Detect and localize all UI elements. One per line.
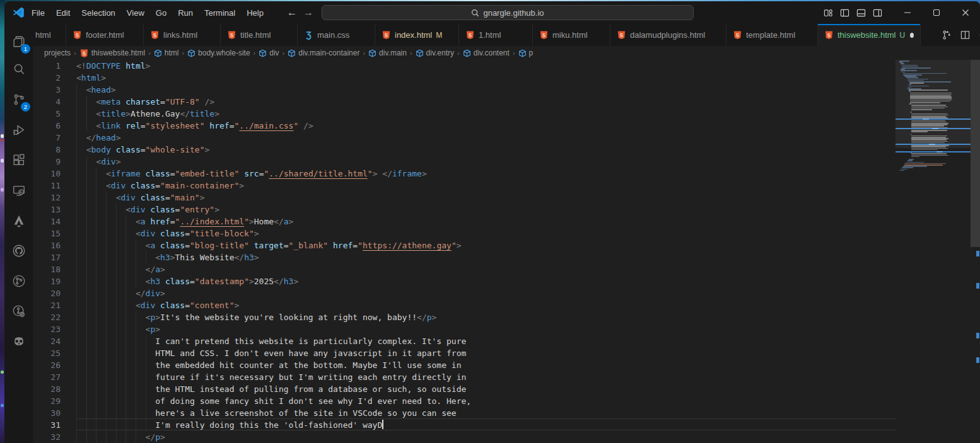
- titlebar: FileEditSelectionViewGoRunTerminalHelp ←…: [4, 1, 980, 24]
- breadcrumb-div-main[interactable]: div.main: [368, 49, 407, 57]
- breadcrumb-projects[interactable]: projects: [44, 49, 71, 57]
- tab-title-html[interactable]: 5title.html: [221, 24, 298, 46]
- search-icon: [12, 62, 26, 76]
- svg-text:5: 5: [230, 32, 233, 38]
- line-number: 21: [33, 299, 61, 311]
- toggle-panel-icon[interactable]: [856, 8, 866, 18]
- tab-badge: U: [899, 31, 905, 40]
- maximize-button[interactable]: [922, 1, 951, 24]
- tab-1-html[interactable]: 51.html: [459, 24, 533, 46]
- toggle-sidebar-icon[interactable]: [840, 8, 849, 18]
- tab-spacer: [921, 24, 933, 46]
- tab-main-css[interactable]: Ʒmain.css: [298, 24, 375, 46]
- command-center-search[interactable]: gnargle.github.io: [322, 5, 694, 20]
- menu-go[interactable]: Go: [150, 8, 172, 18]
- split-editor-icon[interactable]: [960, 30, 970, 40]
- menu-help[interactable]: Help: [241, 8, 269, 18]
- line-number: 10: [33, 168, 61, 180]
- tab-label: miku.html: [552, 30, 588, 40]
- code-line: <a href="../index.html">Home</a>: [76, 216, 293, 227]
- breadcrumb-div-main-container[interactable]: div.main-container: [288, 49, 359, 57]
- code-line: <link rel="stylesheet" href="../main.css…: [76, 120, 313, 132]
- github-icon: [12, 244, 26, 258]
- breadcrumb-div-entry[interactable]: div.entry: [416, 49, 454, 57]
- svg-text:5: 5: [76, 32, 79, 38]
- sym-icon: [518, 49, 527, 57]
- code-line: <h3>This Website</h3>: [76, 251, 259, 263]
- menu-edit[interactable]: Edit: [50, 8, 76, 18]
- tab-footer-html[interactable]: 5footer.html: [66, 24, 144, 46]
- tab-index-html[interactable]: 5index.htmlM: [375, 24, 459, 46]
- toggle-secondary-sidebar-icon[interactable]: [873, 8, 882, 18]
- minimize-button[interactable]: [893, 1, 922, 24]
- activity-source-control[interactable]: 2: [4, 87, 33, 112]
- line-number: 13: [33, 204, 61, 216]
- close-button[interactable]: [951, 1, 980, 24]
- desktop-icon-blob: [1, 159, 4, 163]
- menu-run[interactable]: Run: [172, 8, 199, 18]
- breadcrumb-label: p: [529, 49, 534, 57]
- minimap[interactable]: [895, 60, 971, 443]
- breadcrumb-div[interactable]: div: [259, 49, 279, 57]
- tab-links-html[interactable]: 5links.html: [144, 24, 221, 46]
- code-line: </div>: [76, 287, 165, 299]
- tab-miku-html[interactable]: 5miku.html: [533, 24, 610, 46]
- code-line: <div class="title-block">: [76, 227, 259, 239]
- breadcrumb-p[interactable]: p: [518, 49, 534, 57]
- html-icon: 5: [465, 30, 475, 40]
- minimap-line: [902, 167, 913, 168]
- menu-file[interactable]: File: [26, 8, 50, 18]
- activity-git-graph[interactable]: [4, 268, 33, 294]
- sym-icon: [368, 49, 376, 57]
- activity-badge: 1: [21, 44, 30, 54]
- activity-astro[interactable]: [4, 208, 33, 233]
- scrollbar[interactable]: [971, 60, 980, 443]
- tab-label: 1.html: [479, 30, 501, 40]
- activity-run-debug[interactable]: [4, 117, 33, 142]
- scrollbar-slider[interactable]: [971, 60, 980, 247]
- svg-text:5: 5: [736, 32, 739, 38]
- breadcrumb-body-whole-site[interactable]: body.whole-site: [187, 49, 250, 57]
- breadcrumb-html[interactable]: html: [154, 49, 179, 57]
- breadcrumb-div-content[interactable]: div.content: [463, 49, 510, 57]
- code-line: </a>: [76, 263, 165, 275]
- line-number: 9: [33, 156, 61, 168]
- breadcrumb-label: thiswebsite.html: [91, 49, 145, 57]
- svg-text:5: 5: [469, 32, 472, 38]
- activity-extensions[interactable]: [4, 147, 33, 173]
- code-line: future if it's necessary but I'm writing…: [76, 371, 466, 383]
- tab-dalamudplugins-html[interactable]: 5dalamudplugins.html: [610, 24, 726, 46]
- activity-explorer[interactable]: 1: [4, 29, 33, 54]
- line-number: 8: [33, 144, 61, 156]
- code-line: <meta charset="UTF-8" />: [76, 96, 214, 108]
- breadcrumb-thiswebsite-html[interactable]: 5thiswebsite.html: [79, 49, 145, 58]
- tab-label: html: [35, 30, 51, 40]
- activity-gitlens[interactable]: [4, 299, 33, 324]
- nav-forward-button[interactable]: →: [303, 7, 313, 18]
- search-icon: [471, 9, 479, 17]
- code-line: the HTML instead of pulling from a datab…: [76, 383, 466, 395]
- open-changes-icon[interactable]: [942, 30, 952, 40]
- code-editor[interactable]: 1<!DOCTYPE html>2<html>3 <head>4 <meta c…: [33, 60, 980, 443]
- line-number: 5: [33, 108, 61, 120]
- godot-icon: [12, 335, 26, 348]
- sym-icon: [463, 49, 471, 57]
- menu-selection[interactable]: Selection: [76, 8, 120, 18]
- activity-search[interactable]: [4, 57, 33, 82]
- activity-remote-explorer[interactable]: [4, 178, 33, 203]
- customize-layout-icon[interactable]: [824, 8, 833, 18]
- menu-view[interactable]: View: [121, 8, 150, 18]
- tab-template-html[interactable]: 5template.html: [726, 24, 818, 46]
- nav-back-button[interactable]: ←: [287, 7, 297, 18]
- tab-thiswebsite-html[interactable]: 5thiswebsite.htmlU: [818, 24, 921, 46]
- activity-github[interactable]: [4, 238, 33, 263]
- breadcrumb-label: div.entry: [426, 49, 454, 57]
- code-line: <div class="entry">: [76, 204, 219, 216]
- sym-icon: [288, 49, 296, 57]
- tab-html[interactable]: html: [33, 24, 66, 46]
- menu-bar: FileEditSelectionViewGoRunTerminalHelp: [26, 1, 269, 24]
- code-line: <div>: [76, 156, 120, 168]
- menu-terminal[interactable]: Terminal: [199, 8, 241, 18]
- run-debug-icon: [12, 123, 26, 137]
- activity-godot[interactable]: [4, 329, 33, 354]
